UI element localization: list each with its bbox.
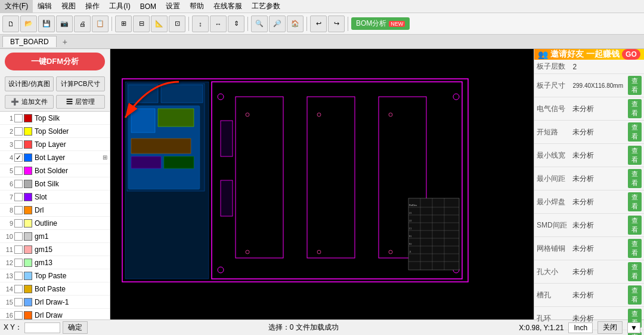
layer-checkbox[interactable] — [14, 193, 23, 201]
board-size-value: 299.40X116.80mm — [570, 74, 626, 97]
layer-checkbox[interactable] — [14, 127, 23, 136]
xy-input[interactable] — [24, 322, 60, 333]
toolbar-layers[interactable]: ⊞ — [115, 16, 132, 32]
toolbar-save[interactable]: 💾 — [38, 16, 55, 32]
layer-mgr-btn[interactable]: ☰ 层管理 — [56, 95, 105, 109]
smd-query-btn[interactable]: 查看 — [628, 216, 642, 235]
layer-checkbox[interactable] — [14, 140, 23, 149]
toolbar-print[interactable]: 🖨 — [74, 16, 91, 32]
layer-row[interactable]: 4 ✓ Bot Layer ⊞ — [0, 151, 110, 164]
layer-checkbox[interactable] — [14, 311, 23, 319]
menu-operate[interactable]: 操作 — [80, 0, 104, 13]
layer-row[interactable]: 11 gm15 — [0, 243, 110, 256]
toolbar-undo[interactable]: ↩ — [310, 16, 327, 32]
layer-checkbox[interactable] — [14, 259, 23, 267]
menu-file[interactable]: 文件(F) — [0, 0, 33, 13]
electric-query-btn[interactable]: 查看 — [628, 99, 642, 118]
min-pad-label: 最小焊盘 — [534, 190, 570, 214]
calc-pcb-btn[interactable]: 计算PCB尺寸 — [56, 76, 105, 91]
invite-go-btn[interactable]: GO — [622, 49, 640, 60]
dropdown-btn[interactable]: ▼ — [627, 322, 640, 333]
menu-view[interactable]: 视图 — [57, 0, 80, 13]
toolbar-new[interactable]: 🗋 — [2, 16, 19, 32]
layer-row[interactable]: 7 Slot — [0, 190, 110, 204]
layer-row[interactable]: 15 Drl Draw-1 — [0, 296, 110, 309]
layer-checkbox[interactable] — [14, 206, 23, 214]
layer-checkbox[interactable] — [14, 114, 23, 122]
min-gap-label: 最小间距 — [534, 167, 570, 190]
layer-row[interactable]: 6 Bot Silk — [0, 177, 110, 190]
layer-checkbox[interactable] — [14, 167, 23, 175]
min-trace-value: 未分析 — [570, 144, 626, 167]
tab-bt-board[interactable]: BT_BOARD — [2, 36, 57, 47]
add-file-btn[interactable]: ➕ 追加文件 — [5, 95, 54, 109]
toolbar-open[interactable]: 📂 — [20, 16, 37, 32]
bom-analysis-btn[interactable]: BOM分析 NEW — [351, 17, 410, 30]
toolbar-redo[interactable]: ↪ — [328, 16, 345, 32]
svg-point-19 — [453, 94, 459, 100]
toolbar-flip-h[interactable]: ↔ — [210, 16, 227, 32]
short-query-btn[interactable]: 查看 — [628, 122, 642, 142]
layer-checkbox[interactable] — [14, 285, 23, 293]
layer-row[interactable]: 8 Drl — [0, 204, 110, 217]
layer-checkbox[interactable] — [14, 232, 23, 241]
menu-tools[interactable]: 工具(I) — [104, 0, 135, 13]
svg-point-23 — [317, 113, 321, 116]
layer-row[interactable]: 14 Bot Paste — [0, 282, 110, 296]
layer-checkbox[interactable] — [14, 219, 23, 228]
layer-row[interactable]: 1 Top Silk — [0, 112, 110, 125]
layer-checkbox[interactable] — [14, 298, 23, 306]
layer-row[interactable]: 10 gm1 — [0, 230, 110, 243]
design-view-btn[interactable]: 设计图/仿真图 — [5, 76, 54, 91]
dfm-analysis-btn[interactable]: 一键DFM分析 — [5, 53, 105, 70]
layer-row[interactable]: 2 Top Solder — [0, 125, 110, 138]
layer-checkbox[interactable] — [14, 180, 23, 188]
toolbar-zoom-in[interactable]: 🔎 — [269, 16, 286, 32]
unit-btn[interactable]: Inch — [568, 322, 593, 333]
toolbar-camera[interactable]: 📷 — [56, 16, 73, 32]
layer-num: 12 — [2, 259, 13, 266]
board-layers-row: 板子层数 2 — [534, 60, 644, 74]
toolbar-align[interactable]: ↕ — [192, 16, 209, 32]
layer-color-swatch — [24, 311, 32, 319]
layer-row[interactable]: 9 Outline — [0, 217, 110, 230]
svg-point-22 — [246, 113, 249, 116]
toolbar-zoom-out[interactable]: 🏠 — [287, 16, 304, 32]
layer-checkbox[interactable] — [14, 272, 23, 280]
toolbar-component[interactable]: ⊡ — [169, 16, 185, 32]
layer-row[interactable]: 3 Top Layer — [0, 138, 110, 151]
layer-checkbox[interactable]: ✓ — [14, 153, 23, 162]
menu-settings[interactable]: 设置 — [161, 0, 185, 13]
smd-value: 未分析 — [570, 214, 626, 237]
menu-online-support[interactable]: 在线客服 — [209, 0, 247, 13]
menu-process-params[interactable]: 工艺参数 — [247, 0, 285, 13]
menu-help[interactable]: 帮助 — [185, 0, 209, 13]
left-panel: 一键DFM分析 设计图/仿真图 计算PCB尺寸 ➕ 追加文件 ☰ 层管理 1 T… — [0, 49, 110, 319]
layer-row[interactable]: 12 gm13 — [0, 256, 110, 269]
menu-bom[interactable]: BOM — [135, 0, 161, 13]
toolbar-flip-v[interactable]: ⇕ — [228, 16, 244, 32]
svg-text:RefDes: RefDes — [409, 204, 417, 207]
toolbar-copy[interactable]: 📋 — [92, 16, 109, 32]
layer-row[interactable]: 16 Drl Draw — [0, 309, 110, 319]
board-size-query-btn[interactable]: 查看 — [628, 76, 642, 95]
layer-color-swatch — [24, 140, 32, 149]
toolbar-zoom-fit[interactable]: 🔍 — [251, 16, 268, 32]
toolbar-grid[interactable]: ⊟ — [133, 16, 150, 32]
layer-row[interactable]: 5 Bot Solder — [0, 164, 110, 177]
min-trace-query-btn[interactable]: 查看 — [628, 146, 642, 165]
invite-banner[interactable]: 👥 邀请好友 一起赚钱 GO — [534, 49, 644, 60]
min-pad-query-btn[interactable]: 查看 — [628, 192, 642, 211]
layer-row[interactable]: 13 Top Paste — [0, 269, 110, 282]
menu-edit[interactable]: 编辑 — [33, 0, 57, 13]
confirm-btn[interactable]: 确定 — [63, 321, 88, 334]
close-btn[interactable]: 关闭 — [597, 321, 623, 334]
toolbar-measure[interactable]: 📐 — [151, 16, 168, 32]
min-gap-query-btn[interactable]: 查看 — [628, 169, 642, 188]
layer-checkbox[interactable] — [14, 245, 23, 254]
hole-size-query-btn[interactable]: 查看 — [628, 262, 642, 281]
slot-query-btn[interactable]: 查看 — [628, 285, 642, 305]
canvas-area[interactable]: RefDes U1 U2 C1 R1 R2 J1 — [110, 49, 534, 319]
tab-add-btn[interactable]: + — [58, 36, 72, 48]
netpad-query-btn[interactable]: 查看 — [628, 239, 642, 258]
